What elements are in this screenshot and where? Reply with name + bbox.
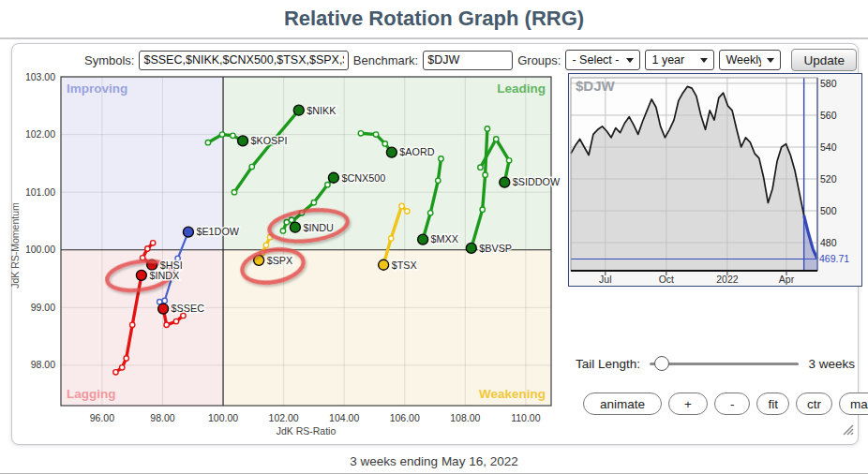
benchmark-x-tick: 2022 [716,274,739,285]
y-tick-label: 101.00 [26,186,55,198]
tail-length-slider-thumb[interactable] [654,356,669,371]
tail-node [485,126,489,131]
toolbar: Symbols: Benchmark: Groups: - Select - 1… [11,47,857,73]
groups-select[interactable]: - Select - [566,51,639,69]
label-$MXX: $MXX [431,233,458,244]
marker-$INDU[interactable] [290,222,300,232]
label-$SPX: $SPX [267,255,293,266]
period-select-wrap: 1 year [645,50,714,70]
marker-$INDX[interactable] [136,270,146,280]
tail-node [113,370,118,375]
benchmark-y-tick: 500 [820,205,837,216]
tail-node [164,322,169,327]
quadrant-label-leading: Leading [497,81,546,96]
tail-node [478,165,483,170]
y-tick-label: 103.00 [26,71,55,82]
benchmark-y-tick: 560 [820,110,837,121]
rrg-app: Relative Rotation Graph (RRG) Symbols: B… [0,0,868,474]
marker-$E1DOW[interactable] [183,227,193,237]
tail-node [399,203,404,208]
page-header: Relative Rotation Graph (RRG) [0,0,868,39]
quadrant-label-lagging: Lagging [67,387,116,401]
marker-$CNX500[interactable] [328,172,338,183]
marker-$TSX[interactable] [379,259,389,270]
label-$INDX: $INDX [149,270,179,281]
label-$INDU: $INDU [303,222,333,233]
fit-button[interactable]: fit [756,393,789,415]
quadrant-label-improving: Improving [67,81,127,96]
label-$SSEC: $SSEC [172,303,205,314]
tail-node [483,172,487,177]
quadrant-weakening [223,250,551,406]
x-tick-label: 102.00 [269,412,299,423]
resize-grip-icon[interactable] [841,422,854,436]
groups-label: Groups: [517,53,561,67]
tail-node [382,141,387,146]
benchmark-chart: JulOct2022Apr580560540520500480469.71$DJ… [569,74,861,286]
symbols-input[interactable] [139,51,348,70]
tail-node [219,132,224,137]
tail-length-label: Tail Length: [576,357,640,371]
tail-node [150,241,155,245]
y-tick-label: 100.00 [26,244,55,255]
tail-node [289,217,293,222]
benchmark-y-tick: 520 [820,173,837,185]
marker-$AORD[interactable] [386,147,397,157]
ctr-button[interactable]: ctr [796,393,832,415]
tail-node [311,200,316,205]
marker-$KOSPI[interactable] [238,136,248,146]
tail-node [280,229,285,233]
minus-button[interactable]: - [714,393,751,415]
label-$KOSPI: $KOSPI [251,135,288,146]
tail-node [124,356,128,361]
x-tick-label: 96.00 [90,412,114,423]
label-$TSX: $TSX [392,259,417,271]
quadrant-label-weakening: Weakening [479,387,546,401]
benchmark-x-tick: Jul [599,274,611,285]
period-select[interactable]: 1 year [646,51,713,69]
tail-node [120,365,125,370]
marker-$SIDDOW[interactable] [500,177,510,187]
tail-node [358,131,363,136]
benchmark-input[interactable] [423,51,513,70]
marker-$MXX[interactable] [418,234,428,244]
update-button[interactable]: Update [791,49,857,71]
rrg-x-axis-title: JdK RS-Ratio [277,425,337,437]
x-tick-label: 100.00 [208,412,238,423]
groups-select-wrap: - Select - [565,50,640,70]
plus-button[interactable]: + [668,393,708,415]
tail-length-row: Tail Length: 3 weeks [576,357,855,371]
tail-node [480,207,485,212]
benchmark-last-value: 469.71 [819,253,849,264]
label-$NIKK: $NIKK [307,105,337,116]
benchmark-title: $DJW [576,78,616,94]
page-title: Relative Rotation Graph (RRG) [0,0,868,37]
y-tick-label: 98.00 [31,359,55,370]
tail-node [205,141,210,145]
benchmark-label: Benchmark: [353,53,418,67]
tail-node [325,182,330,186]
quadrant-improving [61,77,223,250]
x-tick-label: 98.00 [150,412,174,423]
tail-length-slider[interactable] [650,363,799,365]
label-$AORD: $AORD [399,146,434,157]
animate-button[interactable]: animate [583,393,662,415]
benchmark-y-tick: 480 [820,237,837,248]
y-tick-label: 102.00 [26,128,55,140]
marker-$SSEC[interactable] [158,304,169,314]
tail-node [506,158,511,163]
marker-$BVSP[interactable] [466,243,476,253]
tail-node [249,164,254,169]
marker-$NIKK[interactable] [293,105,304,115]
frequency-select[interactable]: Weekly [720,51,780,69]
tail-node [439,156,443,161]
chart-buttons: animate+-fitctrmax [583,393,868,415]
rrg-y-axis-title: JdK RS-Momentum [9,202,21,289]
x-tick-label: 104.00 [329,412,359,423]
benchmark-x-tick: Oct [659,274,674,285]
max-button[interactable]: max [839,393,868,415]
y-tick-label: 99.00 [31,302,55,313]
tail-node [173,318,178,323]
tail-node [232,189,236,194]
tail-node [389,236,394,241]
